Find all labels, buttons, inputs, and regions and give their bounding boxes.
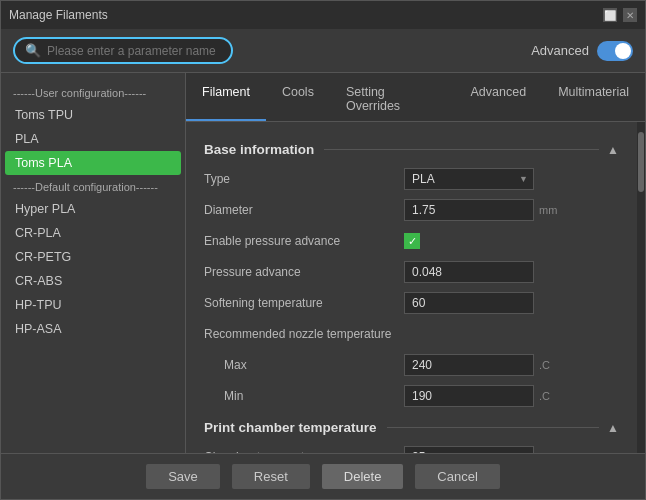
sidebar-item-cr-petg[interactable]: CR-PETG bbox=[1, 245, 185, 269]
nozzle-label: Recommended nozzle temperature bbox=[204, 327, 404, 341]
advanced-toggle-switch[interactable] bbox=[597, 41, 633, 61]
tab-multimaterial[interactable]: Multimaterial bbox=[542, 79, 645, 121]
softening-row: Softening temperature bbox=[204, 291, 619, 315]
enable-pressure-advance-label: Enable pressure advance bbox=[204, 234, 404, 248]
sidebar-item-hp-tpu[interactable]: HP-TPU bbox=[1, 293, 185, 317]
min-nozzle-row: Min .C bbox=[204, 384, 619, 408]
sidebar-item-cr-abs[interactable]: CR-ABS bbox=[1, 269, 185, 293]
min-label: Min bbox=[224, 389, 404, 403]
max-label: Max bbox=[224, 358, 404, 372]
base-info-chevron[interactable]: ▲ bbox=[607, 143, 619, 157]
print-chamber-chevron[interactable]: ▲ bbox=[607, 421, 619, 435]
window-controls: ⬜ ✕ bbox=[603, 8, 637, 22]
softening-label: Softening temperature bbox=[204, 296, 404, 310]
panel-with-scroll: Base information ▲ Type PLA ABS PETG bbox=[186, 122, 645, 453]
window-title: Manage Filaments bbox=[9, 8, 108, 22]
enable-pressure-advance-checkbox[interactable]: ✓ bbox=[404, 233, 420, 249]
toggle-knob bbox=[615, 43, 631, 59]
tab-filament[interactable]: Filament bbox=[186, 79, 266, 121]
title-bar: Manage Filaments ⬜ ✕ bbox=[1, 1, 645, 29]
print-chamber-line bbox=[387, 427, 600, 428]
reset-button[interactable]: Reset bbox=[232, 464, 310, 489]
save-button[interactable]: Save bbox=[146, 464, 220, 489]
scrollbar-track[interactable] bbox=[637, 122, 645, 453]
sidebar-item-cr-pla[interactable]: CR-PLA bbox=[1, 221, 185, 245]
pressure-advance-val-label: Pressure advance bbox=[204, 265, 404, 279]
sidebar-item-toms-tpu[interactable]: Toms TPU bbox=[1, 103, 185, 127]
min-nozzle-unit: .C bbox=[539, 390, 550, 402]
max-nozzle-unit: .C bbox=[539, 359, 550, 371]
main-panel: Filament Cools Setting Overrides Advance… bbox=[186, 73, 645, 453]
sidebar: ------User configuration------ Toms TPU … bbox=[1, 73, 186, 453]
sidebar-item-hyper-pla[interactable]: Hyper PLA bbox=[1, 197, 185, 221]
main-window: Manage Filaments ⬜ ✕ 🔍 Advanced ------Us… bbox=[0, 0, 646, 500]
diameter-unit: mm bbox=[539, 204, 557, 216]
advanced-toggle-area: Advanced bbox=[531, 41, 633, 61]
min-nozzle-input[interactable] bbox=[404, 385, 534, 407]
checkmark-icon: ✓ bbox=[408, 236, 417, 247]
pressure-advance-val-row: Pressure advance bbox=[204, 260, 619, 284]
tab-cools[interactable]: Cools bbox=[266, 79, 330, 121]
delete-button[interactable]: Delete bbox=[322, 464, 404, 489]
type-select-wrapper: PLA ABS PETG TPU bbox=[404, 168, 534, 190]
chamber-temp-input[interactable] bbox=[404, 446, 534, 453]
nozzle-label-row: Recommended nozzle temperature bbox=[204, 322, 619, 346]
restore-button[interactable]: ⬜ bbox=[603, 8, 617, 22]
panel-body: Base information ▲ Type PLA ABS PETG bbox=[186, 122, 637, 453]
chamber-temp-row: Chamber temperature .C bbox=[204, 445, 619, 453]
diameter-row: Diameter mm bbox=[204, 198, 619, 222]
pressure-advance-input[interactable] bbox=[404, 261, 534, 283]
advanced-label: Advanced bbox=[531, 43, 589, 58]
sidebar-item-toms-pla[interactable]: Toms PLA bbox=[5, 151, 181, 175]
print-chamber-section-header: Print chamber temperature ▲ bbox=[204, 420, 619, 435]
base-info-section-header: Base information ▲ bbox=[204, 142, 619, 157]
tab-bar: Filament Cools Setting Overrides Advance… bbox=[186, 73, 645, 122]
tab-setting-overrides[interactable]: Setting Overrides bbox=[330, 79, 455, 121]
type-select[interactable]: PLA ABS PETG TPU bbox=[404, 168, 534, 190]
user-section-label: ------User configuration------ bbox=[1, 81, 185, 103]
enable-pressure-advance-row: Enable pressure advance ✓ bbox=[204, 229, 619, 253]
content-area: ------User configuration------ Toms TPU … bbox=[1, 73, 645, 453]
tab-advanced[interactable]: Advanced bbox=[455, 79, 543, 121]
diameter-label: Diameter bbox=[204, 203, 404, 217]
sidebar-item-pla[interactable]: PLA bbox=[1, 127, 185, 151]
base-info-title: Base information bbox=[204, 142, 314, 157]
search-box[interactable]: 🔍 bbox=[13, 37, 233, 64]
print-chamber-title: Print chamber temperature bbox=[204, 420, 377, 435]
base-info-line bbox=[324, 149, 599, 150]
toolbar: 🔍 Advanced bbox=[1, 29, 645, 73]
max-nozzle-input[interactable] bbox=[404, 354, 534, 376]
sidebar-item-hp-asa[interactable]: HP-ASA bbox=[1, 317, 185, 341]
search-input[interactable] bbox=[47, 44, 221, 58]
close-button[interactable]: ✕ bbox=[623, 8, 637, 22]
max-nozzle-row: Max .C bbox=[204, 353, 619, 377]
diameter-input[interactable] bbox=[404, 199, 534, 221]
softening-input[interactable] bbox=[404, 292, 534, 314]
search-icon: 🔍 bbox=[25, 43, 41, 58]
type-label: Type bbox=[204, 172, 404, 186]
scrollbar-thumb[interactable] bbox=[638, 132, 644, 192]
type-row: Type PLA ABS PETG TPU bbox=[204, 167, 619, 191]
footer: Save Reset Delete Cancel bbox=[1, 453, 645, 499]
default-section-label: ------Default configuration------ bbox=[1, 175, 185, 197]
cancel-button[interactable]: Cancel bbox=[415, 464, 499, 489]
